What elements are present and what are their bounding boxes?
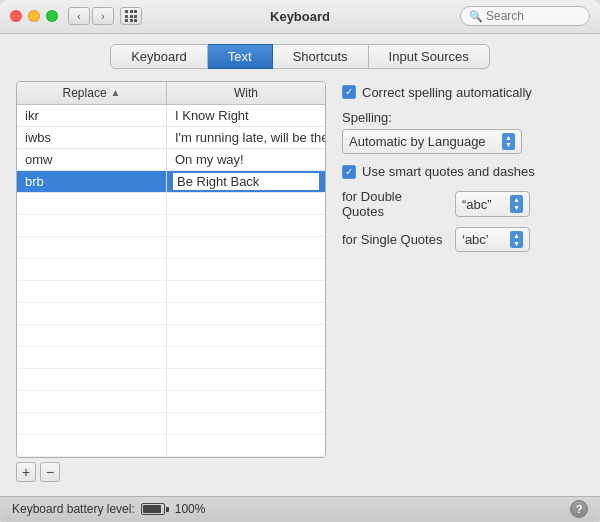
add-row-button[interactable]: + — [16, 462, 36, 482]
back-button[interactable]: ‹ — [68, 7, 90, 25]
battery-tip — [166, 507, 169, 512]
empty-rows — [17, 193, 325, 457]
empty-row — [17, 259, 325, 281]
empty-row — [17, 193, 325, 215]
dropdown-arrows-icon: ▲ ▼ — [502, 133, 515, 150]
title-bar: ‹ › Keyboard 🔍 — [0, 0, 600, 34]
table-row[interactable]: iwbs I'm running late, will be the... — [17, 127, 325, 149]
cell-with-1: I Know Right — [167, 105, 325, 126]
cell-edit-input[interactable] — [171, 171, 321, 192]
empty-row — [17, 391, 325, 413]
empty-row — [17, 435, 325, 457]
empty-row — [17, 215, 325, 237]
col-with-header: With — [167, 82, 325, 104]
minimize-button[interactable] — [28, 10, 40, 22]
auto-correct-row: ✓ Correct spelling automatically — [342, 85, 584, 100]
table-panel: Replace ▲ With ikr I Know Right iwbs I'm… — [16, 81, 326, 486]
cell-with-2: I'm running late, will be the... — [167, 127, 325, 148]
battery-icon — [141, 503, 169, 515]
cell-with-3: On my way! — [167, 149, 325, 170]
table-row[interactable]: ikr I Know Right — [17, 105, 325, 127]
table-row[interactable]: omw On my way! — [17, 149, 325, 171]
search-box[interactable]: 🔍 — [460, 6, 590, 26]
battery-percent: 100% — [175, 502, 206, 516]
empty-row — [17, 325, 325, 347]
remove-row-button[interactable]: − — [40, 462, 60, 482]
smart-quotes-row: ✓ Use smart quotes and dashes — [342, 164, 584, 179]
checkmark-icon: ✓ — [345, 167, 353, 177]
cell-replace-1: ikr — [17, 105, 167, 126]
spelling-section: Spelling: Automatic by Language ▲ ▼ — [342, 110, 584, 154]
tabs-bar: Keyboard Text Shortcuts Input Sources — [0, 34, 600, 77]
table-header: Replace ▲ With — [17, 82, 325, 105]
smart-quotes-label: Use smart quotes and dashes — [362, 164, 535, 179]
col-replace-header[interactable]: Replace ▲ — [17, 82, 167, 104]
single-quotes-dropdown[interactable]: ‘abc’ ▲ ▼ — [455, 227, 530, 252]
empty-row — [17, 369, 325, 391]
bottom-bar: Keyboard battery level: 100% ? — [0, 496, 600, 522]
search-input[interactable] — [486, 9, 581, 23]
battery-fill — [143, 505, 161, 513]
empty-row — [17, 237, 325, 259]
tab-keyboard[interactable]: Keyboard — [110, 44, 208, 69]
double-quotes-row: for Double Quotes “abc” ▲ ▼ — [342, 189, 584, 219]
double-quotes-dropdown[interactable]: “abc” ▲ ▼ — [455, 191, 530, 216]
table-footer: + − — [16, 458, 326, 486]
right-panel: ✓ Correct spelling automatically Spellin… — [342, 81, 584, 486]
quotes-section: for Double Quotes “abc” ▲ ▼ for Single Q… — [342, 189, 584, 252]
tab-shortcuts[interactable]: Shortcuts — [273, 44, 369, 69]
maximize-button[interactable] — [46, 10, 58, 22]
spelling-dropdown[interactable]: Automatic by Language ▲ ▼ — [342, 129, 522, 154]
double-quotes-value: “abc” — [462, 197, 492, 212]
checkmark-icon: ✓ — [345, 87, 353, 97]
close-button[interactable] — [10, 10, 22, 22]
empty-row — [17, 413, 325, 435]
dropdown-arrows-icon: ▲ ▼ — [510, 195, 523, 212]
main-content: Replace ▲ With ikr I Know Right iwbs I'm… — [0, 77, 600, 496]
double-quotes-label: for Double Quotes — [342, 189, 447, 219]
cell-replace-2: iwbs — [17, 127, 167, 148]
help-button[interactable]: ? — [570, 500, 588, 518]
table-row-selected[interactable]: brb — [17, 171, 325, 193]
cell-with-4[interactable] — [167, 171, 325, 192]
empty-row — [17, 303, 325, 325]
main-window: ‹ › Keyboard 🔍 Keyboard Text Shortcuts I… — [0, 0, 600, 522]
empty-row — [17, 281, 325, 303]
empty-row — [17, 347, 325, 369]
window-title: Keyboard — [270, 9, 330, 24]
single-quotes-row: for Single Quotes ‘abc’ ▲ ▼ — [342, 227, 584, 252]
battery-label: Keyboard battery level: — [12, 502, 135, 516]
single-quotes-value: ‘abc’ — [462, 232, 489, 247]
text-replacement-table: Replace ▲ With ikr I Know Right iwbs I'm… — [16, 81, 326, 458]
smart-quotes-checkbox[interactable]: ✓ — [342, 165, 356, 179]
spelling-label: Spelling: — [342, 110, 584, 125]
sort-arrow-icon: ▲ — [111, 87, 121, 98]
auto-correct-checkbox[interactable]: ✓ — [342, 85, 356, 99]
forward-button[interactable]: › — [92, 7, 114, 25]
spelling-value: Automatic by Language — [349, 134, 486, 149]
auto-correct-label: Correct spelling automatically — [362, 85, 532, 100]
grid-button[interactable] — [120, 7, 142, 25]
cell-replace-3: omw — [17, 149, 167, 170]
tab-text[interactable]: Text — [208, 44, 273, 69]
battery-body — [141, 503, 165, 515]
traffic-lights — [10, 10, 58, 22]
tab-input-sources[interactable]: Input Sources — [369, 44, 490, 69]
dropdown-arrows-icon: ▲ ▼ — [510, 231, 523, 248]
cell-replace-4: brb — [17, 171, 167, 192]
nav-buttons: ‹ › — [68, 7, 114, 25]
battery-section: Keyboard battery level: 100% — [12, 502, 205, 516]
single-quotes-label: for Single Quotes — [342, 232, 447, 247]
